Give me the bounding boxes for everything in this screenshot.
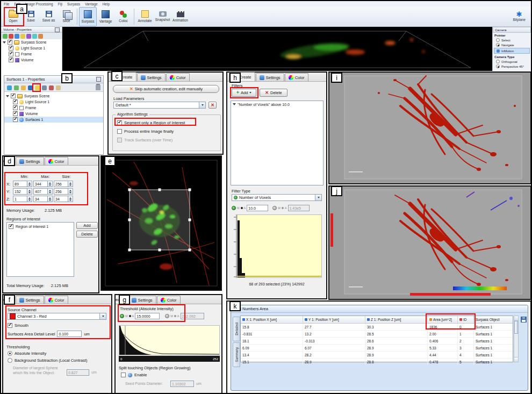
menu-vantage[interactable]: Vantage	[85, 2, 98, 6]
tab-settings[interactable]: Settings	[16, 296, 44, 304]
col-position-x[interactable]: X 1: Position X [um]	[241, 316, 303, 323]
table-row[interactable]: 15.827.730.318360Surfaces 1	[241, 324, 513, 331]
threshold-histogram[interactable]	[119, 325, 220, 355]
enable-checkbox[interactable]: Enable	[121, 372, 147, 377]
pointer-navigate-radio[interactable]: Navigate	[493, 42, 531, 47]
tab-color[interactable]: Color	[157, 296, 181, 304]
tab-color[interactable]: Color	[166, 73, 190, 81]
surfaces-statistics-viewport[interactable]	[328, 185, 531, 300]
orthogonal-radio[interactable]: Orthogonal	[493, 59, 531, 64]
y-min-value[interactable]: 152	[13, 188, 27, 195]
delete-preset-button[interactable]: ✕	[209, 102, 217, 109]
edit-icon[interactable]	[21, 85, 26, 90]
col-position-y[interactable]: Y 1: Position Y [um]	[303, 316, 365, 323]
viewport-3d[interactable]	[62, 27, 492, 71]
snapshot-button[interactable]: Snapshot	[154, 7, 171, 26]
spinner-arrows-icon[interactable]	[27, 181, 32, 187]
y-min-spinner[interactable]: 152	[13, 188, 32, 195]
add-roi-button[interactable]: Add	[76, 222, 98, 229]
roi-viewport[interactable]	[100, 155, 222, 291]
clip-tool-icon[interactable]	[26, 34, 31, 39]
tab-color[interactable]: Color	[45, 157, 68, 165]
x-size-spinner[interactable]: 256	[54, 181, 73, 187]
spinner-arrows-icon[interactable]	[68, 188, 73, 195]
tree-item-volume[interactable]: Volume	[4, 111, 103, 117]
tab-settings[interactable]: Settings	[16, 157, 44, 165]
x-size-value[interactable]: 256	[54, 181, 68, 187]
spinner-arrows-icon[interactable]	[68, 181, 73, 187]
checkbox[interactable]	[117, 129, 122, 134]
pin-icon[interactable]	[96, 77, 101, 82]
table-scrollbar[interactable]	[514, 316, 519, 362]
folder-tool-icon[interactable]	[38, 34, 43, 39]
checkbox[interactable]	[8, 323, 12, 328]
menu-surpass[interactable]: Surpass	[67, 2, 80, 6]
x-min-value[interactable]: 89	[13, 181, 27, 187]
spinner-arrows-icon[interactable]	[68, 196, 73, 202]
checkbox[interactable]	[9, 52, 13, 56]
add-filter-button[interactable]: +Add	[232, 89, 256, 97]
pointer-select-radio[interactable]: Select	[493, 38, 531, 42]
back-icon[interactable]	[7, 85, 12, 90]
tree-item-frame[interactable]: Frame	[4, 105, 103, 111]
lower-threshold-icon[interactable]	[232, 206, 236, 210]
save-as-button[interactable]: Save as	[40, 7, 57, 26]
annotate-button[interactable]: Annotate	[136, 7, 154, 26]
tree-item-surpass-scene[interactable]: Surpass Scene	[4, 93, 103, 99]
spinner-arrows-icon[interactable]	[27, 196, 32, 202]
y-size-value[interactable]: 256	[54, 188, 68, 195]
tree-item-light-source[interactable]: Light Source 1	[4, 99, 103, 105]
col-id[interactable]: ID	[458, 316, 474, 323]
y-size-spinner[interactable]: 256	[54, 188, 73, 195]
light-tool-icon[interactable]	[20, 34, 25, 39]
checkbox[interactable]	[117, 120, 122, 125]
tree-item-surfaces-1[interactable]: Surfaces 1	[4, 117, 103, 123]
skip-automatic-creation-button[interactable]: ✕Skip automatic creation, edit manually	[113, 85, 219, 93]
checkbox[interactable]	[11, 94, 16, 98]
animation-button[interactable]: Animation	[171, 7, 189, 26]
tab-color[interactable]: Color	[285, 73, 308, 81]
spinner-arrows-icon[interactable]	[48, 196, 53, 202]
track-surfaces-checkbox[interactable]: Track Surfaces (over Time)	[117, 138, 172, 142]
delete-object-icon[interactable]	[96, 85, 100, 90]
z-min-value[interactable]: 1	[13, 196, 27, 202]
add-object-icon[interactable]	[9, 34, 13, 39]
export-statistics-icon[interactable]	[521, 317, 527, 323]
checkbox[interactable]	[13, 117, 18, 122]
z-min-spinner[interactable]: 1	[13, 196, 32, 202]
pointer-tool-icon[interactable]	[3, 34, 8, 39]
roi-list-item[interactable]: Region of Interest 1	[9, 224, 74, 229]
filter-type-dropdown[interactable]: Number of Voxels	[232, 194, 322, 201]
radio[interactable]	[8, 358, 12, 363]
perspective-radio[interactable]: Perspective 45°	[493, 64, 531, 69]
filters-listbox[interactable]: "Number of Voxels" above 10.0	[231, 101, 323, 185]
filter-histogram[interactable]	[237, 214, 322, 278]
vantage-button[interactable]: Vantage	[97, 7, 114, 26]
diameter-input[interactable]: 0.827	[67, 369, 89, 376]
radio[interactable]	[496, 65, 500, 68]
z-size-value[interactable]: 34	[54, 196, 68, 202]
y-max-spinner[interactable]: 407	[33, 188, 53, 195]
segment-roi-checkbox[interactable]: Segment only a Region of Interest	[117, 120, 185, 125]
statistics-icon[interactable]	[35, 85, 40, 90]
active-threshold-icon[interactable]	[120, 314, 124, 318]
checkbox[interactable]	[13, 105, 18, 110]
menu-file[interactable]: File	[4, 2, 9, 6]
store-icon[interactable]	[56, 85, 61, 90]
radio[interactable]	[496, 43, 500, 47]
menu-help[interactable]: Help	[103, 2, 110, 6]
checkbox[interactable]	[8, 40, 12, 45]
scroll-up-icon[interactable]	[514, 316, 518, 321]
checkbox[interactable]	[9, 58, 13, 62]
delete-filter-button[interactable]: ✕Delete	[260, 89, 287, 97]
camera-tool-icon[interactable]	[32, 34, 37, 39]
dropdown-caret-icon[interactable]	[99, 313, 106, 319]
tab-summary[interactable]: Summary	[233, 342, 240, 367]
detail-level-input[interactable]: 0.100	[57, 331, 82, 337]
coloc-button[interactable]: Coloc	[114, 7, 132, 26]
surpass-button[interactable]: Surpass	[79, 7, 97, 26]
threshold-input[interactable]: 15.0000	[135, 313, 160, 319]
roi-listbox[interactable]: Region of Interest 1	[6, 222, 74, 277]
process-entire-checkbox[interactable]: Process entire Image finally	[117, 129, 174, 134]
pin-icon[interactable]	[55, 27, 60, 32]
